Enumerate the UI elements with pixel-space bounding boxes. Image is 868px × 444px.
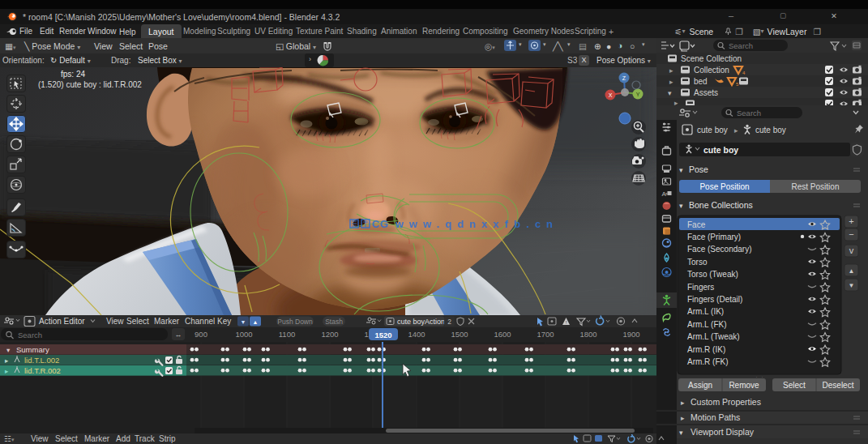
svg-text:▸: ▸ [734,126,738,134]
svg-text:lid.T.R.002: lid.T.R.002 [24,366,61,375]
svg-text:Viewport Display: Viewport Display [691,427,755,437]
svg-text:Rest Position: Rest Position [792,182,840,191]
svg-text:▸: ▸ [674,99,678,106]
svg-text:▸: ▸ [681,399,685,407]
svg-text:▾: ▾ [668,89,672,97]
svg-text:1520: 1520 [374,331,391,339]
svg-text:900: 900 [195,330,207,339]
svg-text:Marker: Marker [154,317,180,326]
svg-text:▸: ▸ [669,78,673,86]
svg-text:Scene Collection: Scene Collection [681,54,742,63]
svg-text:Action Editor: Action Editor [39,317,85,326]
svg-text:Select: Select [783,381,806,390]
svg-text:1400: 1400 [408,330,425,339]
svg-text:▸: ▸ [669,66,673,75]
svg-text:Fingers (Detail): Fingers (Detail) [687,295,742,304]
svg-text:cute boyAction: cute boyAction [397,318,445,326]
svg-text:Fingers: Fingers [687,283,714,292]
svg-text:▸: ▸ [681,414,685,422]
svg-text:1700: 1700 [537,330,554,339]
svg-text:Collection: Collection [694,66,729,75]
svg-text:Summary: Summary [16,345,49,354]
svg-text:1000: 1000 [235,330,252,339]
svg-text:Search: Search [18,331,42,339]
svg-text:Custom Properties: Custom Properties [691,397,761,407]
svg-text:1100: 1100 [279,330,295,339]
svg-text:Arm.L (FK): Arm.L (FK) [687,320,727,329]
svg-text:View: View [106,317,124,326]
svg-text:1200: 1200 [321,330,338,339]
svg-text:Search: Search [729,41,753,50]
svg-text:Select: Select [126,317,149,326]
svg-text:Key: Key [217,317,231,326]
svg-text:1800: 1800 [579,330,596,339]
svg-text:▼: ▼ [241,319,246,325]
svg-text:Motion Paths: Motion Paths [691,412,740,422]
svg-text:Torso (Tweak): Torso (Tweak) [687,270,738,279]
svg-text:v: v [849,245,854,255]
svg-text:lid.T.L.002: lid.T.L.002 [24,356,59,365]
svg-text:www.qdnxxfb.cn: www.qdnxxfb.cn [395,218,558,230]
svg-text:▸: ▸ [5,356,9,365]
svg-text:Search: Search [737,109,761,117]
svg-text:1900: 1900 [622,330,639,339]
svg-text:−: − [849,229,853,239]
svg-text:Arm.R (FK): Arm.R (FK) [687,357,729,366]
svg-text:bed: bed [694,77,708,86]
svg-text:+: + [849,216,853,226]
svg-text:↔: ↔ [175,331,182,339]
svg-text:CG: CG [372,218,389,230]
svg-text:Torso: Torso [687,258,708,267]
svg-text:1500: 1500 [451,330,468,339]
svg-text:Remove: Remove [729,381,759,390]
svg-text:cute boy: cute boy [697,126,728,134]
svg-text:▾: ▾ [679,166,683,174]
svg-text:Pose: Pose [689,164,708,174]
svg-text:Arm.L (IK): Arm.L (IK) [687,307,724,316]
svg-text:2: 2 [447,318,451,326]
svg-text:Push Down: Push Down [277,318,313,326]
svg-text:Face (Primary): Face (Primary) [687,233,741,241]
svg-text:cute boy: cute boy [755,126,786,134]
svg-text:Deselect: Deselect [823,381,854,390]
svg-text:▲: ▲ [253,319,259,325]
svg-text:Assets: Assets [694,88,718,97]
svg-text:Stash: Stash [325,318,343,326]
svg-text:Z: Z [622,75,626,81]
svg-text:Channel: Channel [185,317,215,326]
svg-text:Face (Secondary): Face (Secondary) [687,245,751,254]
svg-text:Arm.L (Tweak): Arm.L (Tweak) [687,332,740,341]
svg-text:▸: ▸ [5,367,9,375]
svg-text:Y: Y [636,92,640,97]
svg-text:Face: Face [687,220,706,229]
svg-text:▾: ▾ [6,346,11,354]
svg-text:1600: 1600 [494,330,511,339]
svg-text:▲: ▲ [849,267,855,275]
svg-text:Pose Position: Pose Position [699,182,749,191]
svg-text:Assign: Assign [688,381,712,390]
svg-text:▼: ▼ [849,282,855,289]
svg-text:Arm.R (IK): Arm.R (IK) [687,345,725,354]
svg-text:▾: ▾ [679,202,683,210]
svg-text:X: X [609,92,613,98]
svg-text:Bone Collections: Bone Collections [689,200,753,210]
svg-text:cute boy: cute boy [703,145,738,155]
